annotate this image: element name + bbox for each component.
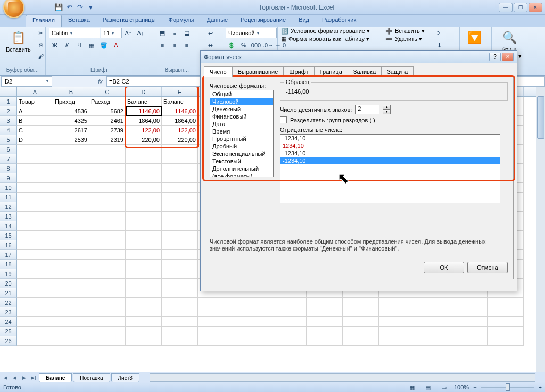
cell[interactable] (17, 260, 53, 269)
cell[interactable] (379, 327, 415, 336)
cell[interactable]: 220,00 (162, 135, 198, 145)
cell[interactable] (270, 298, 307, 307)
cell[interactable] (307, 336, 343, 346)
cell[interactable] (89, 250, 126, 260)
cell[interactable] (126, 317, 162, 327)
cell[interactable] (488, 327, 524, 336)
cell[interactable] (53, 212, 89, 221)
minimize-button[interactable]: — (499, 3, 513, 12)
cell[interactable] (488, 298, 524, 307)
cell[interactable] (307, 307, 343, 317)
cell[interactable] (343, 307, 379, 317)
cell[interactable] (162, 240, 198, 250)
cell[interactable] (162, 231, 198, 240)
maximize-button[interactable]: ❐ (514, 3, 527, 12)
category-item[interactable]: Дробный (210, 143, 273, 150)
category-item[interactable]: Процентный (210, 135, 273, 143)
cell[interactable]: D (17, 135, 53, 145)
cell[interactable]: A (17, 106, 53, 116)
tab-view[interactable]: Вид (292, 15, 316, 27)
cell[interactable] (53, 260, 89, 269)
dialog-close-button[interactable]: ✕ (502, 53, 514, 61)
cell[interactable] (451, 317, 488, 327)
page-break-view-icon[interactable]: ▭ (438, 382, 450, 392)
cell[interactable] (415, 307, 451, 317)
cell[interactable] (53, 183, 89, 193)
cell[interactable] (89, 240, 126, 250)
column-header[interactable]: A (17, 87, 53, 96)
autosum-icon[interactable]: Σ (433, 28, 445, 38)
cell[interactable] (162, 145, 198, 154)
cell[interactable] (162, 212, 198, 221)
cut-icon[interactable]: ✂ (35, 28, 47, 38)
cell[interactable] (162, 202, 198, 212)
cell[interactable] (89, 269, 126, 279)
cell[interactable] (162, 327, 198, 336)
cancel-button[interactable]: Отмена (467, 262, 508, 273)
cell[interactable] (162, 288, 198, 298)
fx-button[interactable]: fx (95, 76, 106, 87)
cell[interactable] (17, 212, 53, 221)
border-icon[interactable]: ▦ (86, 40, 97, 51)
cell[interactable] (415, 336, 451, 346)
row-header[interactable]: 4 (0, 126, 17, 135)
cell[interactable] (17, 145, 53, 154)
cell[interactable] (343, 336, 379, 346)
row-header[interactable]: 17 (0, 250, 17, 260)
qat-more-icon[interactable]: ▾ (86, 3, 95, 12)
cell[interactable] (379, 336, 415, 346)
cell[interactable] (53, 221, 89, 231)
cell[interactable]: -122,00 (126, 126, 162, 135)
column-header[interactable]: E (162, 87, 198, 96)
cell[interactable] (17, 231, 53, 240)
cell[interactable]: -1146,00 (126, 106, 162, 116)
cell[interactable] (89, 183, 126, 193)
cell[interactable] (162, 221, 198, 231)
cell[interactable] (451, 298, 488, 307)
paste-button[interactable]: 📋 Вставить (3, 28, 34, 54)
bold-button[interactable]: Ж (49, 40, 61, 51)
cell[interactable]: 1146,00 (162, 106, 198, 116)
cell[interactable] (89, 288, 126, 298)
cell[interactable]: 2739 (89, 126, 126, 135)
cell[interactable] (53, 154, 89, 164)
row-header[interactable]: 18 (0, 260, 17, 269)
cell[interactable] (89, 327, 126, 336)
cell[interactable] (53, 279, 89, 288)
column-header[interactable]: D (126, 87, 162, 96)
cell[interactable] (126, 336, 162, 346)
cell[interactable]: 4536 (53, 106, 89, 116)
cell[interactable] (379, 298, 415, 307)
cell[interactable]: Баланс (126, 97, 162, 106)
cell[interactable] (53, 336, 89, 346)
undo-icon[interactable]: ↶ (65, 3, 73, 12)
cell[interactable] (53, 202, 89, 212)
percent-icon[interactable]: % (238, 40, 250, 51)
cell[interactable]: 4325 (53, 116, 89, 126)
cell[interactable] (451, 336, 488, 346)
cell[interactable]: 220,00 (126, 135, 162, 145)
font-size-combo[interactable]: 11▾ (101, 28, 122, 38)
decimals-up-button[interactable]: ▲ (383, 105, 391, 110)
row-header[interactable]: 24 (0, 317, 17, 327)
cell[interactable] (379, 317, 415, 327)
cell[interactable] (89, 336, 126, 346)
negative-format-item[interactable]: 1234,10 (280, 142, 500, 149)
dlg-tab-number[interactable]: Число (204, 66, 233, 77)
tab-insert[interactable]: Вставка (62, 15, 96, 27)
cell[interactable] (270, 336, 307, 346)
tab-home[interactable]: Главная (26, 15, 62, 27)
cell[interactable] (17, 202, 53, 212)
row-header[interactable]: 7 (0, 154, 17, 164)
cell[interactable] (89, 145, 126, 154)
cell[interactable] (53, 231, 89, 240)
decimals-down-button[interactable]: ▼ (383, 110, 391, 114)
italic-button[interactable]: К (61, 40, 73, 51)
cell[interactable] (415, 317, 451, 327)
align-top-icon[interactable]: ⬒ (156, 28, 168, 38)
last-sheet-button[interactable]: ▶| (29, 373, 38, 382)
cell[interactable] (53, 317, 89, 327)
sort-filter-button[interactable]: 🔽 (463, 28, 485, 48)
tab-formulas[interactable]: Формулы (162, 15, 201, 27)
cell[interactable] (53, 250, 89, 260)
